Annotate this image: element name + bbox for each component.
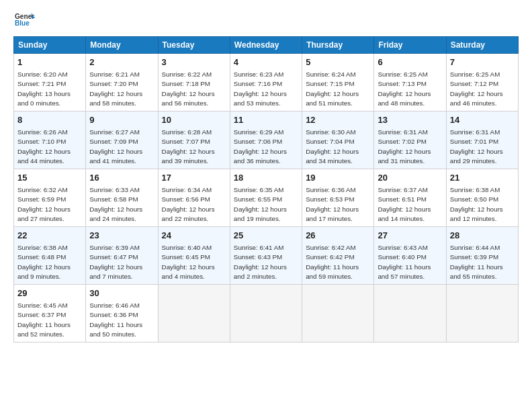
day-number: 14 [450, 114, 515, 126]
calendar-week-row: 15 Sunrise: 6:32 AM Sunset: 6:59 PM Dayl… [14, 169, 519, 227]
calendar-cell: 7 Sunrise: 6:25 AM Sunset: 7:12 PM Dayli… [446, 54, 518, 111]
calendar-cell: 17 Sunrise: 6:34 AM Sunset: 6:56 PM Dayl… [158, 169, 230, 227]
cell-content: Sunrise: 6:29 AM Sunset: 7:06 PM Dayligh… [234, 128, 298, 166]
calendar-cell [158, 285, 230, 342]
cell-content: Sunrise: 6:23 AM Sunset: 7:16 PM Dayligh… [234, 70, 298, 108]
cell-content: Sunrise: 6:21 AM Sunset: 7:20 PM Dayligh… [89, 70, 154, 108]
calendar-cell: 13 Sunrise: 6:31 AM Sunset: 7:02 PM Dayl… [374, 111, 446, 169]
cell-content: Sunrise: 6:40 AM Sunset: 6:45 PM Dayligh… [162, 243, 226, 281]
cell-content: Sunrise: 6:26 AM Sunset: 7:10 PM Dayligh… [17, 128, 82, 166]
calendar-cell [374, 285, 446, 342]
calendar-cell: 25 Sunrise: 6:41 AM Sunset: 6:43 PM Dayl… [230, 227, 302, 285]
calendar-cell: 22 Sunrise: 6:38 AM Sunset: 6:48 PM Dayl… [14, 227, 86, 285]
day-number: 21 [450, 172, 515, 184]
cell-content: Sunrise: 6:43 AM Sunset: 6:40 PM Dayligh… [378, 243, 442, 281]
day-number: 7 [450, 56, 515, 68]
day-number: 16 [89, 172, 154, 184]
cell-content: Sunrise: 6:41 AM Sunset: 6:43 PM Dayligh… [234, 243, 298, 281]
cell-content: Sunrise: 6:34 AM Sunset: 6:56 PM Dayligh… [162, 185, 226, 224]
day-number: 1 [17, 56, 82, 68]
cell-content: Sunrise: 6:25 AM Sunset: 7:13 PM Dayligh… [378, 70, 442, 108]
day-number: 19 [306, 172, 370, 184]
cell-content: Sunrise: 6:20 AM Sunset: 7:21 PM Dayligh… [17, 70, 82, 108]
day-number: 26 [306, 230, 370, 242]
cell-content: Sunrise: 6:42 AM Sunset: 6:42 PM Dayligh… [306, 243, 370, 281]
day-number: 30 [89, 287, 154, 300]
calendar-cell: 15 Sunrise: 6:32 AM Sunset: 6:59 PM Dayl… [14, 169, 86, 227]
cell-content: Sunrise: 6:22 AM Sunset: 7:18 PM Dayligh… [162, 70, 226, 108]
cell-content: Sunrise: 6:44 AM Sunset: 6:39 PM Dayligh… [450, 243, 515, 281]
calendar-cell: 14 Sunrise: 6:31 AM Sunset: 7:01 PM Dayl… [446, 111, 518, 169]
calendar-table: SundayMondayTuesdayWednesdayThursdayFrid… [13, 36, 519, 342]
cell-content: Sunrise: 6:27 AM Sunset: 7:09 PM Dayligh… [89, 128, 154, 166]
day-of-week-header: Tuesday [158, 37, 230, 54]
day-number: 23 [89, 230, 154, 242]
day-of-week-header: Sunday [14, 37, 86, 54]
calendar-week-row: 1 Sunrise: 6:20 AM Sunset: 7:21 PM Dayli… [14, 54, 519, 111]
cell-content: Sunrise: 6:32 AM Sunset: 6:59 PM Dayligh… [17, 185, 82, 224]
calendar-cell: 21 Sunrise: 6:38 AM Sunset: 6:50 PM Dayl… [446, 169, 518, 227]
calendar-cell: 24 Sunrise: 6:40 AM Sunset: 6:45 PM Dayl… [158, 227, 230, 285]
calendar-cell: 19 Sunrise: 6:36 AM Sunset: 6:53 PM Dayl… [302, 169, 374, 227]
day-number: 5 [306, 56, 370, 68]
calendar-cell: 28 Sunrise: 6:44 AM Sunset: 6:39 PM Dayl… [446, 227, 518, 285]
logo: General Blue [13, 11, 35, 30]
day-number: 12 [306, 114, 370, 126]
header: General Blue [13, 11, 519, 30]
cell-content: Sunrise: 6:33 AM Sunset: 6:58 PM Dayligh… [89, 185, 154, 224]
cell-content: Sunrise: 6:37 AM Sunset: 6:51 PM Dayligh… [378, 185, 442, 224]
cell-content: Sunrise: 6:46 AM Sunset: 6:36 PM Dayligh… [89, 301, 154, 339]
calendar-cell: 23 Sunrise: 6:39 AM Sunset: 6:47 PM Dayl… [86, 227, 158, 285]
calendar-cell: 30 Sunrise: 6:46 AM Sunset: 6:36 PM Dayl… [86, 285, 158, 342]
calendar-cell: 9 Sunrise: 6:27 AM Sunset: 7:09 PM Dayli… [86, 111, 158, 169]
cell-content: Sunrise: 6:36 AM Sunset: 6:53 PM Dayligh… [306, 185, 370, 224]
cell-content: Sunrise: 6:31 AM Sunset: 7:01 PM Dayligh… [450, 128, 515, 166]
calendar-cell: 2 Sunrise: 6:21 AM Sunset: 7:20 PM Dayli… [86, 54, 158, 111]
calendar-cell: 27 Sunrise: 6:43 AM Sunset: 6:40 PM Dayl… [374, 227, 446, 285]
day-number: 6 [378, 56, 442, 68]
calendar-cell: 26 Sunrise: 6:42 AM Sunset: 6:42 PM Dayl… [302, 227, 374, 285]
cell-content: Sunrise: 6:35 AM Sunset: 6:55 PM Dayligh… [234, 185, 298, 224]
day-of-week-header: Saturday [446, 37, 518, 54]
day-number: 11 [234, 114, 298, 126]
day-number: 17 [162, 172, 226, 184]
day-number: 9 [89, 114, 154, 126]
day-number: 27 [378, 230, 442, 242]
day-number: 20 [378, 172, 442, 184]
day-number: 29 [17, 287, 82, 300]
calendar-cell: 11 Sunrise: 6:29 AM Sunset: 7:06 PM Dayl… [230, 111, 302, 169]
calendar-cell: 10 Sunrise: 6:28 AM Sunset: 7:07 PM Dayl… [158, 111, 230, 169]
logo-icon: General Blue [13, 11, 35, 30]
calendar-cell: 12 Sunrise: 6:30 AM Sunset: 7:04 PM Dayl… [302, 111, 374, 169]
calendar-week-row: 29 Sunrise: 6:45 AM Sunset: 6:37 PM Dayl… [14, 285, 519, 342]
day-number: 25 [234, 230, 298, 242]
cell-content: Sunrise: 6:39 AM Sunset: 6:47 PM Dayligh… [89, 243, 154, 281]
cell-content: Sunrise: 6:25 AM Sunset: 7:12 PM Dayligh… [450, 70, 515, 108]
day-number: 28 [450, 230, 515, 242]
cell-content: Sunrise: 6:30 AM Sunset: 7:04 PM Dayligh… [306, 128, 370, 166]
cell-content: Sunrise: 6:38 AM Sunset: 6:50 PM Dayligh… [450, 185, 515, 224]
day-of-week-header: Friday [374, 37, 446, 54]
day-number: 4 [234, 56, 298, 68]
calendar-cell: 4 Sunrise: 6:23 AM Sunset: 7:16 PM Dayli… [230, 54, 302, 111]
day-number: 24 [162, 230, 226, 242]
day-number: 8 [17, 114, 82, 126]
calendar-header-row: SundayMondayTuesdayWednesdayThursdayFrid… [14, 37, 519, 54]
calendar-cell: 8 Sunrise: 6:26 AM Sunset: 7:10 PM Dayli… [14, 111, 86, 169]
calendar-cell [446, 285, 518, 342]
day-of-week-header: Wednesday [230, 37, 302, 54]
calendar-cell: 29 Sunrise: 6:45 AM Sunset: 6:37 PM Dayl… [14, 285, 86, 342]
day-number: 22 [17, 230, 82, 242]
day-number: 3 [162, 56, 226, 68]
calendar-cell [302, 285, 374, 342]
day-number: 2 [89, 56, 154, 68]
svg-text:Blue: Blue [15, 19, 30, 27]
cell-content: Sunrise: 6:38 AM Sunset: 6:48 PM Dayligh… [17, 243, 82, 281]
calendar-cell [230, 285, 302, 342]
calendar-cell: 16 Sunrise: 6:33 AM Sunset: 6:58 PM Dayl… [86, 169, 158, 227]
cell-content: Sunrise: 6:31 AM Sunset: 7:02 PM Dayligh… [378, 128, 442, 166]
calendar-cell: 1 Sunrise: 6:20 AM Sunset: 7:21 PM Dayli… [14, 54, 86, 111]
calendar-cell: 20 Sunrise: 6:37 AM Sunset: 6:51 PM Dayl… [374, 169, 446, 227]
day-number: 15 [17, 172, 82, 184]
calendar-cell: 3 Sunrise: 6:22 AM Sunset: 7:18 PM Dayli… [158, 54, 230, 111]
